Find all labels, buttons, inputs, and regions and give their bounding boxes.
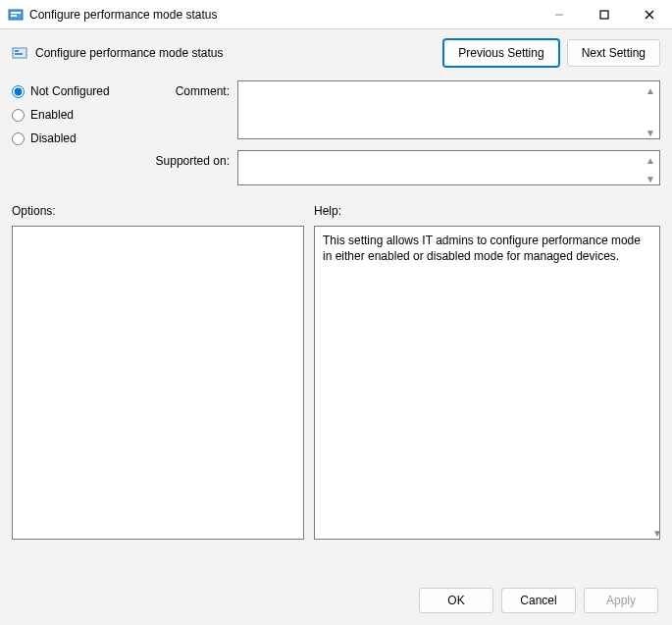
supported-on-textarea: [237, 150, 660, 185]
supported-on-label: Supported on:: [153, 150, 237, 168]
ok-button[interactable]: OK: [419, 588, 493, 613]
help-text: This setting allows IT admins to configu…: [323, 234, 641, 263]
svg-rect-4: [600, 11, 608, 19]
radio-disabled-label: Disabled: [30, 131, 77, 145]
previous-setting-button[interactable]: Previous Setting: [443, 39, 558, 67]
help-label: Help:: [314, 204, 660, 218]
window-title: Configure performance mode status: [29, 8, 217, 22]
cancel-button[interactable]: Cancel: [501, 588, 576, 613]
svg-rect-2: [11, 15, 17, 17]
app-icon: [8, 7, 24, 23]
radio-enabled[interactable]: Enabled: [12, 108, 139, 122]
options-panel: [12, 226, 304, 540]
policy-title: Configure performance mode status: [35, 46, 223, 60]
maximize-button[interactable]: [582, 0, 627, 29]
comment-label: Comment:: [153, 80, 237, 98]
comment-textarea[interactable]: [237, 80, 660, 139]
help-panel: This setting allows IT admins to configu…: [314, 226, 660, 540]
apply-button[interactable]: Apply: [584, 588, 658, 613]
options-label: Options:: [12, 204, 304, 218]
svg-rect-8: [15, 50, 19, 52]
radio-enabled-label: Enabled: [30, 108, 74, 122]
policy-header: Configure performance mode status Previo…: [12, 39, 660, 67]
radio-not-configured-input[interactable]: [12, 85, 25, 98]
titlebar: Configure performance mode status: [0, 0, 672, 29]
radio-enabled-input[interactable]: [12, 109, 25, 122]
radio-disabled[interactable]: Disabled: [12, 131, 139, 145]
dialog-footer: OK Cancel Apply: [12, 576, 660, 625]
policy-icon: [12, 45, 27, 61]
radio-not-configured-label: Not Configured: [30, 84, 110, 98]
svg-rect-1: [11, 12, 21, 14]
scroll-down-icon: ▼: [650, 526, 664, 540]
radio-not-configured[interactable]: Not Configured: [12, 84, 139, 98]
close-button[interactable]: [627, 0, 672, 29]
state-radio-group: Not Configured Enabled Disabled: [12, 80, 139, 196]
svg-rect-9: [15, 53, 23, 55]
next-setting-button[interactable]: Next Setting: [567, 39, 660, 67]
radio-disabled-input[interactable]: [12, 132, 25, 145]
minimize-button[interactable]: [537, 0, 582, 29]
